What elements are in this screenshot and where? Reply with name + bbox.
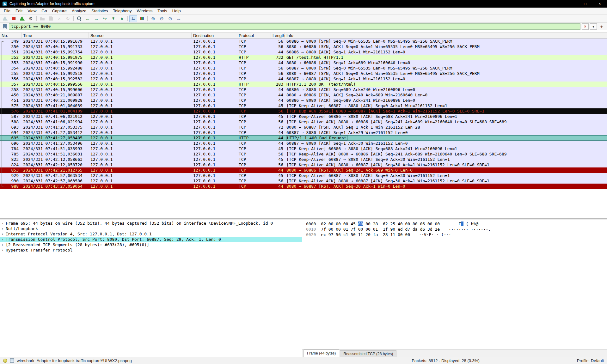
- menu-go[interactable]: Go: [39, 8, 49, 14]
- packet-row[interactable]: 3562024/331 07:40:15,992532127.0.0.1127.…: [0, 76, 607, 82]
- hex-row[interactable]: 000002 00 00 00 45 00 00 28 62 25 40 00 …: [306, 221, 607, 227]
- expert-info-icon[interactable]: [3, 359, 7, 363]
- column-header-no[interactable]: No.: [0, 33, 21, 38]
- detail-row[interactable]: ›Null/Loopback: [0, 226, 302, 231]
- colorize-packets-button[interactable]: [138, 15, 146, 22]
- column-header-protocol[interactable]: Protocol: [237, 33, 271, 38]
- menu-telephony[interactable]: Telephony: [110, 8, 134, 14]
- packet-row[interactable]: 3522024/331 07:40:15,991975127.0.0.1127.…: [0, 55, 607, 60]
- ascii-char: ·: [454, 221, 456, 226]
- filter-dropdown-button[interactable]: ▾: [590, 23, 597, 30]
- packet-row[interactable]: 5882024/331 07:41:06,021994127.0.0.1127.…: [0, 119, 607, 124]
- filter-bookmark-icon[interactable]: [3, 24, 7, 29]
- go-to-first-button[interactable]: ↟: [109, 15, 117, 22]
- column-header-time[interactable]: Time: [21, 33, 89, 38]
- menu-help[interactable]: Help: [170, 8, 183, 14]
- packet-row[interactable]: 7852024/331 07:41:51,036031127.0.0.1127.…: [0, 151, 607, 157]
- detail-row[interactable]: ›Hypertext Transfer Protocol: [0, 247, 302, 253]
- packet-row[interactable]: 3532024/331 07:40:15,991990127.0.0.1127.…: [0, 60, 607, 65]
- packet-destination: 127.0.0.1: [192, 184, 237, 189]
- zoom-in-button[interactable]: ⊕: [149, 15, 157, 22]
- hex-row[interactable]: 0020ec 97 56 c1 50 11 20 fa 28 11 00 00·…: [306, 232, 607, 237]
- packet-row[interactable]: 3492024/331 07:40:15,991679127.0.0.1127.…: [0, 39, 607, 44]
- zoom-out-button[interactable]: ⊖: [158, 15, 166, 22]
- expand-chevron-icon[interactable]: ›: [1, 232, 6, 236]
- restart-capture-button[interactable]: [18, 15, 26, 22]
- packet-destination: 127.0.0.1: [192, 44, 237, 49]
- ascii-char: ·: [461, 227, 463, 232]
- packet-row[interactable]: 3542024/331 07:40:15,992488127.0.0.1127.…: [0, 65, 607, 71]
- menu-analyze[interactable]: Analyze: [69, 8, 89, 14]
- display-filter-input[interactable]: [9, 24, 580, 29]
- save-file-button[interactable]: [47, 15, 55, 22]
- packet-row[interactable]: 9882024/331 07:43:27,059064127.0.0.1127.…: [0, 184, 607, 189]
- packet-row[interactable]: 6952024/331 07:41:27,053485127.0.0.1127.…: [0, 135, 607, 141]
- packet-row[interactable]: 5752024/331 07:41:01,004039127.0.0.1127.…: [0, 103, 607, 108]
- menu-wireless[interactable]: Wireless: [134, 8, 155, 14]
- find-packet-button[interactable]: [75, 15, 83, 22]
- hex-row[interactable]: 00107f 00 00 01 7f 00 00 01 1f 90 ed d7 …: [306, 227, 607, 232]
- packet-row[interactable]: 6962024/331 07:41:27,053496127.0.0.1127.…: [0, 141, 607, 146]
- packet-row[interactable]: 3552024/331 07:40:15,992518127.0.0.1127.…: [0, 71, 607, 76]
- packet-row[interactable]: 8232024/331 07:42:12,058663127.0.0.1127.…: [0, 157, 607, 162]
- close-button[interactable]: ×: [592, 0, 607, 8]
- packet-row[interactable]: 6932024/331 07:41:27,053375127.0.0.1127.…: [0, 124, 607, 130]
- packet-time: 2024/331 07:40:21,009928: [21, 98, 89, 103]
- go-to-packet-button[interactable]: ↪: [101, 15, 109, 22]
- close-file-button[interactable]: ×: [55, 15, 63, 22]
- go-forward-button[interactable]: →: [92, 15, 100, 22]
- resize-columns-button[interactable]: ↔: [175, 15, 183, 22]
- auto-scroll-button[interactable]: ⇊: [129, 15, 137, 22]
- packet-row[interactable]: 7842024/331 07:41:51,035993127.0.0.1127.…: [0, 146, 607, 151]
- packet-row[interactable]: 5762024/331 07:41:01,004109127.0.0.1127.…: [0, 108, 607, 114]
- zoom-normal-button[interactable]: ⊙: [166, 15, 174, 22]
- detail-row[interactable]: ›Internet Protocol Version 4, Src: 127.0…: [0, 231, 302, 237]
- start-capture-button[interactable]: [1, 15, 9, 22]
- expand-chevron-icon[interactable]: ›: [1, 248, 6, 252]
- packet-row[interactable]: 8242024/331 07:42:12,058720127.0.0.1127.…: [0, 162, 607, 167]
- tab-frame[interactable]: Frame (44 bytes): [304, 349, 339, 357]
- packet-row[interactable]: 4512024/331 07:40:21,009928127.0.0.1127.…: [0, 98, 607, 103]
- menu-capture[interactable]: Capture: [50, 8, 69, 14]
- expand-chevron-icon[interactable]: ›: [1, 243, 6, 247]
- capture-options-button[interactable]: ⚙: [27, 15, 35, 22]
- packet-row[interactable]: 3572024/331 07:40:15,999556127.0.0.1127.…: [0, 82, 607, 87]
- menu-view[interactable]: View: [25, 8, 39, 14]
- minimize-button[interactable]: –: [563, 0, 578, 8]
- detail-row[interactable]: ›Frame 695: 44 bytes on wire (352 bits),…: [0, 221, 302, 226]
- stop-capture-button[interactable]: [10, 15, 18, 22]
- profile-selector[interactable]: Profile: Default: [577, 358, 604, 363]
- menu-edit[interactable]: Edit: [13, 8, 25, 14]
- clear-filter-button[interactable]: ×: [582, 23, 589, 30]
- column-header-destination[interactable]: Destination: [192, 33, 237, 38]
- expand-chevron-icon[interactable]: ›: [1, 221, 6, 226]
- capture-comment-icon[interactable]: [10, 358, 14, 363]
- packet-row[interactable]: 5872024/331 07:41:06,021912127.0.0.1127.…: [0, 114, 607, 119]
- tab-reassembled-tcp[interactable]: Reassembled TCP (28 bytes): [340, 350, 396, 357]
- packet-info: 8080 → 60887 [SYN, ACK] Seq=0 Ack=1 Win=…: [285, 71, 607, 76]
- go-back-button[interactable]: ←: [84, 15, 92, 22]
- packet-row[interactable]: 8532024/331 07:42:21,012755127.0.0.1127.…: [0, 167, 607, 173]
- detail-row[interactable]: ›[2 Reassembled TCP Segments (28 bytes):…: [0, 242, 302, 247]
- menu-file[interactable]: File: [1, 8, 13, 14]
- column-header-source[interactable]: Source: [89, 33, 192, 38]
- packet-row[interactable]: 9292024/331 07:42:57,063534127.0.0.1127.…: [0, 173, 607, 178]
- packet-row[interactable]: 3502024/331 07:40:15,991733127.0.0.1127.…: [0, 44, 607, 49]
- packet-row[interactable]: 4502024/331 07:40:21,009887127.0.0.1127.…: [0, 92, 607, 98]
- packet-row[interactable]: 3512024/331 07:40:15,991754127.0.0.1127.…: [0, 49, 607, 55]
- add-filter-button[interactable]: +: [598, 23, 605, 30]
- go-to-last-button[interactable]: ↡: [118, 15, 126, 22]
- expand-chevron-icon[interactable]: ›: [1, 237, 6, 242]
- expand-chevron-icon[interactable]: ›: [1, 227, 6, 231]
- maximize-button[interactable]: □: [578, 0, 592, 8]
- menu-tools[interactable]: Tools: [155, 8, 169, 14]
- packet-row[interactable]: 6942024/331 07:41:27,053412127.0.0.1127.…: [0, 130, 607, 135]
- column-header-info[interactable]: Info: [285, 33, 607, 38]
- open-file-button[interactable]: [38, 15, 46, 22]
- column-header-length[interactable]: Length: [271, 33, 285, 38]
- menu-statistics[interactable]: Statistics: [89, 8, 110, 14]
- detail-row[interactable]: ›Transmission Control Protocol, Src Port…: [0, 237, 302, 242]
- reload-file-button[interactable]: ↻: [64, 15, 72, 22]
- packet-row[interactable]: 9302024/331 07:42:57,063586127.0.0.1127.…: [0, 178, 607, 184]
- packet-row[interactable]: 3582024/331 07:40:15,999606127.0.0.1127.…: [0, 87, 607, 92]
